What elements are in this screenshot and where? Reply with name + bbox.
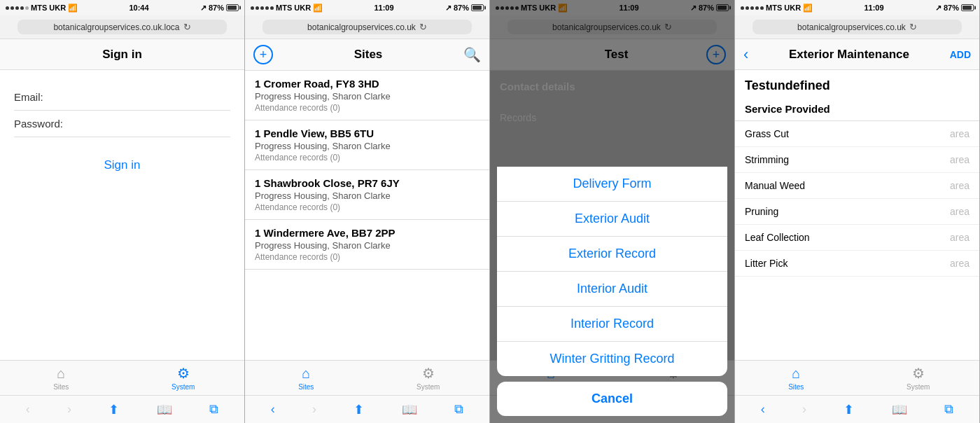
- tab-system-1[interactable]: ⚙ System: [122, 361, 245, 395]
- status-right-4: ↗ 87%: [935, 4, 974, 13]
- list-item[interactable]: 1 Cromer Road, FY8 3HD Progress Housing,…: [245, 71, 489, 120]
- search-button-2[interactable]: 🔍: [463, 46, 481, 63]
- signin-button[interactable]: Sign in: [14, 158, 230, 172]
- service-label-pruning: Pruning: [745, 206, 778, 217]
- back-btn-1[interactable]: ‹: [26, 402, 30, 417]
- battery-icon-1: [226, 4, 239, 11]
- home-icon-1: ⌂: [57, 366, 65, 382]
- tab-sites-label-1: Sites: [53, 383, 69, 391]
- add-site-button[interactable]: +: [253, 45, 273, 64]
- url-box-1[interactable]: botanicalgroupservices.co.uk.loca ↻: [18, 20, 227, 34]
- service-row-grasscut: Grass Cut area: [735, 121, 979, 147]
- refresh-icon-2[interactable]: ↻: [419, 22, 427, 32]
- bookmarks-btn-4[interactable]: 📖: [892, 402, 907, 417]
- battery-icon-4: [961, 4, 974, 11]
- site-details-3: Progress Housing, Sharon Clarke: [255, 190, 479, 201]
- screen-sites: MTS UKR 📶 11:09 ↗ 87% botanicalgroupserv…: [245, 0, 490, 423]
- url-bar-1: botanicalgroupservices.co.uk.loca ↻: [0, 15, 244, 39]
- browser-bar-2: ‹ › ⬆ 📖 ⧉: [245, 395, 489, 423]
- status-bar-1: MTS UKR 📶 10:44 ↗ 87%: [0, 0, 244, 15]
- menu-exterior-audit[interactable]: Exterior Audit: [497, 202, 727, 237]
- list-item[interactable]: 1 Shawbrook Close, PR7 6JY Progress Hous…: [245, 170, 489, 220]
- service-row-leafcollection: Leaf Collection area: [735, 225, 979, 251]
- service-value-leafcollection: area: [950, 232, 969, 243]
- page-title-1: Sign in: [36, 48, 208, 62]
- nav-header-1: Sign in: [0, 39, 244, 70]
- back-btn-2[interactable]: ‹: [271, 402, 275, 417]
- tabs-btn-4[interactable]: ⧉: [944, 402, 953, 417]
- refresh-icon-1[interactable]: ↻: [183, 22, 191, 32]
- email-field[interactable]: Email:: [14, 84, 230, 111]
- url-bar-4: botanicalgroupservices.co.uk ↻: [735, 15, 979, 39]
- wifi-icon-4: 📶: [803, 4, 813, 13]
- site-name-2: 1 Pendle View, BB5 6TU: [255, 127, 479, 139]
- carrier-1: MTS UKR: [31, 4, 66, 12]
- service-row-manualweed: Manual Weed area: [735, 173, 979, 199]
- site-attendance-4: Attendance records (0): [255, 252, 479, 262]
- list-item[interactable]: 1 Pendle View, BB5 6TU Progress Housing,…: [245, 120, 489, 170]
- gear-icon-1: ⚙: [177, 365, 190, 382]
- signal-dots-2: [251, 6, 274, 10]
- service-label-strimming: Strimming: [745, 154, 789, 165]
- tabs-btn-1[interactable]: ⧉: [209, 402, 218, 417]
- share-btn-4[interactable]: ⬆: [844, 402, 854, 417]
- menu-interior-audit[interactable]: Interior Audit: [497, 272, 727, 307]
- wifi-icon-2: 📶: [313, 4, 323, 13]
- modal-menu: Delivery Form Exterior Audit Exterior Re…: [497, 167, 727, 376]
- battery-pct-2: 87%: [454, 4, 469, 12]
- tab-system-label-2: System: [416, 383, 440, 391]
- url-box-4[interactable]: botanicalgroupservices.co.uk ↻: [752, 20, 962, 34]
- tab-sites-2[interactable]: ⌂ Sites: [245, 361, 368, 395]
- modal-overlay: Delivery Form Exterior Audit Exterior Re…: [490, 0, 734, 423]
- site-details-4: Progress Housing, Sharon Clarke: [255, 240, 479, 251]
- back-button-4[interactable]: ‹: [743, 46, 748, 64]
- screen-modal: MTS UKR 📶 11:09 ↗ 87% botanicalgroupserv…: [490, 0, 735, 423]
- share-btn-1[interactable]: ⬆: [108, 402, 119, 417]
- bookmarks-btn-2[interactable]: 📖: [402, 402, 417, 417]
- tab-sites-1[interactable]: ⌂ Sites: [0, 361, 122, 395]
- content-sites: 1 Cromer Road, FY8 3HD Progress Housing,…: [245, 71, 489, 360]
- url-box-2[interactable]: botanicalgroupservices.co.uk ↻: [262, 20, 472, 34]
- service-provided-title: Service Provided: [735, 97, 979, 121]
- battery-icon-2: [471, 4, 484, 11]
- service-row-pruning: Pruning area: [735, 199, 979, 225]
- bookmarks-btn-1[interactable]: 📖: [157, 402, 172, 417]
- menu-winter-gritting[interactable]: Winter Gritting Record: [497, 342, 727, 376]
- service-value-manualweed: area: [950, 180, 969, 191]
- share-btn-2[interactable]: ⬆: [354, 402, 364, 417]
- forward-btn-2[interactable]: ›: [312, 402, 316, 417]
- tabs-btn-2[interactable]: ⧉: [454, 402, 463, 417]
- status-right-1: ↗ 87%: [200, 4, 239, 13]
- forward-btn-4[interactable]: ›: [802, 402, 806, 417]
- content-signin: Email: Password: Sign in: [0, 70, 244, 360]
- menu-exterior-record[interactable]: Exterior Record: [497, 237, 727, 272]
- time-4: 11:09: [864, 4, 883, 12]
- status-bar-4: MTS UKR 📶 11:09 ↗ 87%: [735, 0, 979, 15]
- service-value-pruning: area: [950, 206, 969, 217]
- carrier-2: MTS UKR: [276, 4, 311, 12]
- add-button-4[interactable]: ADD: [950, 49, 971, 60]
- status-left-1: MTS UKR 📶: [6, 4, 78, 13]
- modal-content: Delivery Form Exterior Audit Exterior Re…: [490, 0, 734, 376]
- tab-system-2[interactable]: ⚙ System: [368, 361, 490, 395]
- home-icon-4: ⌂: [792, 366, 800, 382]
- password-field[interactable]: Password:: [14, 111, 230, 137]
- back-btn-4[interactable]: ‹: [761, 402, 765, 417]
- site-name-1: 1 Cromer Road, FY8 3HD: [255, 78, 479, 90]
- cancel-button[interactable]: Cancel: [497, 382, 727, 416]
- menu-interior-record[interactable]: Interior Record: [497, 307, 727, 342]
- url-text-4: botanicalgroupservices.co.uk: [797, 22, 906, 32]
- forward-btn-1[interactable]: ›: [67, 402, 71, 417]
- refresh-icon-4[interactable]: ↻: [909, 22, 917, 32]
- service-label-leafcollection: Leaf Collection: [745, 232, 810, 243]
- password-label: Password:: [14, 118, 63, 130]
- location-icon-4: ↗: [935, 4, 941, 13]
- signal-dots-4: [741, 6, 764, 10]
- email-label: Email:: [14, 91, 43, 103]
- tab-sites-4[interactable]: ⌂ Sites: [735, 361, 858, 395]
- wifi-icon-1: 📶: [68, 4, 78, 13]
- tab-system-label-1: System: [172, 383, 195, 391]
- list-item[interactable]: 1 Windermere Ave, BB7 2PP Progress Housi…: [245, 220, 489, 270]
- menu-delivery-form[interactable]: Delivery Form: [497, 167, 727, 202]
- tab-system-4[interactable]: ⚙ System: [858, 361, 980, 395]
